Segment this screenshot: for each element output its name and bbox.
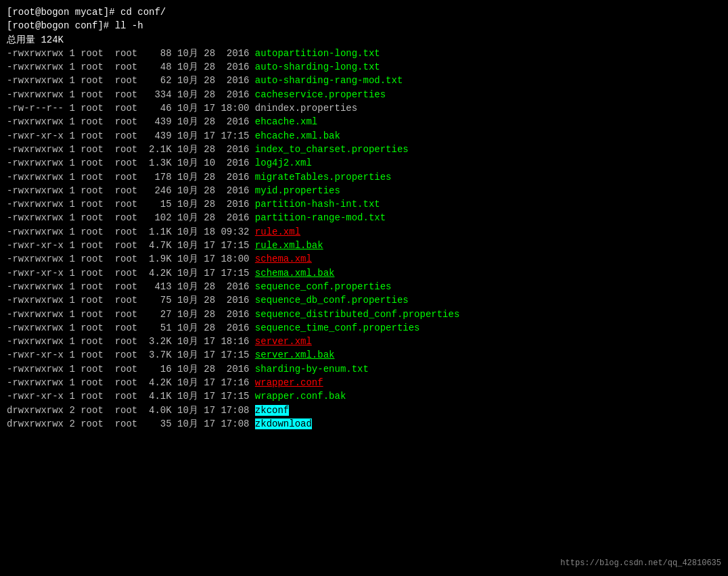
filename: autopartition-long.txt	[255, 48, 380, 59]
filename: server.xml.bak	[255, 350, 335, 360]
filename: dnindex.properties	[255, 103, 357, 114]
terminal-line: -rwxrwxrwx 1 root root 4.2K 10月 17 17:16…	[7, 376, 721, 389]
terminal-line: -rwxrwxrwx 1 root root 16 10月 28 2016 sh…	[7, 362, 721, 376]
line-prefix: -rwxrwxrwx 1 root root 178 10月 28 2016	[7, 172, 255, 183]
filename: schema.xml.bak	[255, 268, 335, 279]
terminal-line: -rwxrwxrwx 1 root root 48 10月 28 2016 au…	[7, 60, 721, 74]
filename: index_to_charset.properties	[255, 144, 409, 155]
terminal-line: -rwxrwxrwx 1 root root 75 10月 28 2016 se…	[7, 293, 721, 307]
line-prefix: -rwxrwxrwx 1 root root 1.1K 10月 18 09:32	[7, 226, 255, 237]
line-prefix: drwxrwxrwx 2 root root 35 10月 17 17:08	[7, 418, 255, 429]
terminal-line: [root@bogon conf]# ll -h	[7, 19, 721, 32]
filename: schema.xml	[255, 254, 312, 264]
filename: partition-range-mod.txt	[255, 212, 386, 223]
filename: wrapper.conf.bak	[255, 391, 346, 402]
terminal-line: -rwxrwxrwx 1 root root 27 10月 28 2016 se…	[7, 308, 721, 321]
filename: rule.xml	[255, 226, 300, 237]
terminal-line: -rwxrwxrwx 1 root root 15 10月 28 2016 pa…	[7, 197, 721, 211]
filename: ehcache.xml.bak	[255, 130, 340, 141]
line-prefix: -rwxrwxrwx 1 root root 2.1K 10月 28 2016	[7, 144, 255, 155]
terminal-line: -rwxrwxrwx 1 root root 2.1K 10月 28 2016 …	[7, 143, 721, 156]
terminal-line: 总用量 124K	[7, 33, 721, 47]
line-prefix: -rwxrwxrwx 1 root root 51 10月 28 2016	[7, 322, 255, 333]
line-prefix: -rwxr-xr-x 1 root root 4.7K 10月 17 17:15	[7, 240, 255, 251]
filename: sequence_conf.properties	[255, 281, 392, 292]
filename: sharding-by-enum.txt	[255, 364, 369, 375]
filename: sequence_time_conf.properties	[255, 322, 420, 333]
line-prefix: -rwxrwxrwx 1 root root 1.9K 10月 17 18:00	[7, 254, 255, 264]
watermark: https://blog.csdn.net/qq_42810635	[560, 558, 721, 569]
line-prefix: -rwxrwxrwx 1 root root 16 10月 28 2016	[7, 364, 255, 375]
line-prefix: -rwxrwxrwx 1 root root 439 10月 28 2016	[7, 116, 255, 127]
line-prefix: -rwxrwxrwx 1 root root 4.2K 10月 17 17:16	[7, 377, 255, 388]
filename: log4j2.xml	[255, 158, 312, 168]
terminal-line: -rwxrwxrwx 1 root root 178 10月 28 2016 m…	[7, 170, 721, 184]
line-prefix: -rwxrwxrwx 1 root root 48 10月 28 2016	[7, 62, 255, 72]
filename: partition-hash-int.txt	[255, 199, 380, 210]
filename: auto-sharding-long.txt	[255, 62, 380, 72]
terminal-line: -rwxr-xr-x 1 root root 4.2K 10月 17 17:15…	[7, 266, 721, 280]
terminal-line: [root@bogon mycat]# cd conf/	[7, 5, 721, 19]
terminal-line: -rw-r--r-- 1 root root 46 10月 17 18:00 d…	[7, 101, 721, 115]
terminal-line: -rwxr-xr-x 1 root root 439 10月 17 17:15 …	[7, 129, 721, 143]
terminal-line: -rwxr-xr-x 1 root root 4.7K 10月 17 17:15…	[7, 239, 721, 252]
line-prefix: drwxrwxrwx 2 root root 4.0K 10月 17 17:08	[7, 405, 255, 416]
line-prefix: -rwxrwxrwx 1 root root 27 10月 28 2016	[7, 309, 255, 320]
line-prefix: -rwxrwxrwx 1 root root 15 10月 28 2016	[7, 199, 255, 210]
terminal-line: -rwxrwxrwx 1 root root 246 10月 28 2016 m…	[7, 184, 721, 197]
line-prefix: -rwxrwxrwx 1 root root 62 10月 28 2016	[7, 75, 255, 86]
filename: ehcache.xml	[255, 116, 317, 127]
line-prefix: -rw-r--r-- 1 root root 46 10月 17 18:00	[7, 103, 255, 114]
terminal: [root@bogon mycat]# cd conf/[root@bogon …	[7, 5, 721, 431]
terminal-line: -rwxr-xr-x 1 root root 4.1K 10月 17 17:15…	[7, 389, 721, 403]
terminal-line: -rwxrwxrwx 1 root root 1.1K 10月 18 09:32…	[7, 225, 721, 239]
terminal-line: -rwxrwxrwx 1 root root 334 10月 28 2016 c…	[7, 88, 721, 101]
terminal-line: -rwxrwxrwx 1 root root 102 10月 28 2016 p…	[7, 211, 721, 224]
line-prefix: -rwxrwxrwx 1 root root 413 10月 28 2016	[7, 281, 255, 292]
filename: sequence_distributed_conf.properties	[255, 309, 459, 320]
terminal-line: -rwxrwxrwx 1 root root 1.3K 10月 10 2016 …	[7, 156, 721, 170]
filename: zkdownload	[255, 418, 312, 429]
terminal-line: drwxrwxrwx 2 root root 35 10月 17 17:08 z…	[7, 417, 721, 431]
filename: server.xml	[255, 336, 312, 347]
terminal-line: -rwxrwxrwx 1 root root 3.2K 10月 17 18:16…	[7, 335, 721, 348]
terminal-line: -rwxrwxrwx 1 root root 439 10月 28 2016 e…	[7, 115, 721, 128]
line-prefix: -rwxr-xr-x 1 root root 4.2K 10月 17 17:15	[7, 268, 255, 279]
filename: myid.properties	[255, 185, 340, 196]
filename: wrapper.conf	[255, 377, 323, 388]
terminal-line: -rwxrwxrwx 1 root root 413 10月 28 2016 s…	[7, 280, 721, 293]
filename: zkconf	[255, 405, 289, 416]
filename: cacheservice.properties	[255, 89, 386, 100]
line-prefix: -rwxrwxrwx 1 root root 88 10月 28 2016	[7, 48, 255, 59]
terminal-line: -rwxr-xr-x 1 root root 3.7K 10月 17 17:15…	[7, 348, 721, 362]
filename: sequence_db_conf.properties	[255, 295, 409, 306]
terminal-line: drwxrwxrwx 2 root root 4.0K 10月 17 17:08…	[7, 404, 721, 417]
line-prefix: -rwxrwxrwx 1 root root 246 10月 28 2016	[7, 185, 255, 196]
terminal-line: -rwxrwxrwx 1 root root 1.9K 10月 17 18:00…	[7, 252, 721, 266]
line-prefix: -rwxr-xr-x 1 root root 439 10月 17 17:15	[7, 130, 255, 141]
terminal-line: -rwxrwxrwx 1 root root 51 10月 28 2016 se…	[7, 321, 721, 335]
filename: rule.xml.bak	[255, 240, 323, 251]
line-prefix: -rwxrwxrwx 1 root root 75 10月 28 2016	[7, 295, 255, 306]
filename: auto-sharding-rang-mod.txt	[255, 75, 403, 86]
line-prefix: -rwxrwxrwx 1 root root 1.3K 10月 10 2016	[7, 158, 255, 168]
line-prefix: -rwxrwxrwx 1 root root 3.2K 10月 17 18:16	[7, 336, 255, 347]
line-prefix: -rwxr-xr-x 1 root root 4.1K 10月 17 17:15	[7, 391, 255, 402]
line-prefix: -rwxrwxrwx 1 root root 102 10月 28 2016	[7, 212, 255, 223]
filename: migrateTables.properties	[255, 172, 392, 183]
terminal-line: -rwxrwxrwx 1 root root 62 10月 28 2016 au…	[7, 74, 721, 87]
line-prefix: -rwxrwxrwx 1 root root 334 10月 28 2016	[7, 89, 255, 100]
terminal-line: -rwxrwxrwx 1 root root 88 10月 28 2016 au…	[7, 47, 721, 60]
line-prefix: -rwxr-xr-x 1 root root 3.7K 10月 17 17:15	[7, 350, 255, 360]
